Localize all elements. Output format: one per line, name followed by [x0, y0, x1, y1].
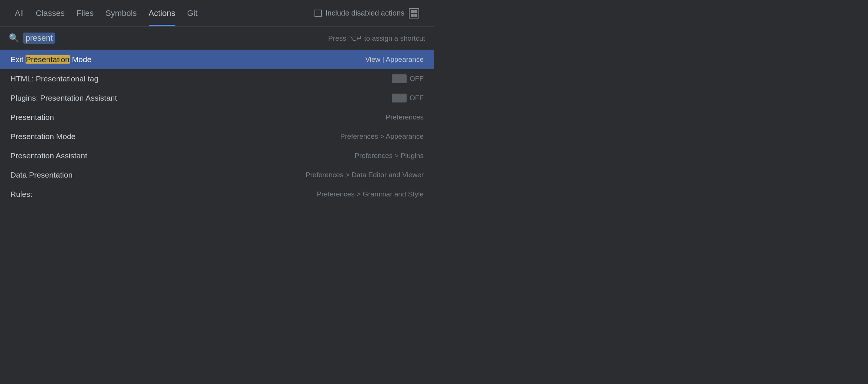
grid-icon-cell-4 [414, 14, 417, 17]
tab-git[interactable]: Git [187, 1, 198, 26]
result-item-4[interactable]: Presentation Preferences [0, 108, 434, 127]
tab-all[interactable]: All [15, 1, 24, 26]
result-category-1: View | Appearance [365, 55, 424, 64]
search-hint: Press ⌥↵ to assign a shortcut [328, 34, 425, 43]
result-name-8: Rules: [10, 190, 33, 199]
result-item-1[interactable]: Exit Presentation Mode View | Appearance [0, 50, 434, 69]
result-item-5[interactable]: Presentation Mode Preferences > Appearan… [0, 127, 434, 146]
search-bar: 🔍 present Press ⌥↵ to assign a shortcut [0, 27, 434, 50]
search-input-area[interactable]: present [23, 33, 324, 44]
result-name-2: HTML: Presentational tag [10, 74, 98, 83]
grid-icon-cell-3 [411, 14, 414, 17]
result-name-3: Plugins: Presentation Assistant [10, 94, 117, 102]
toggle-2[interactable] [392, 74, 407, 83]
results-list: Exit Presentation Mode View | Appearance… [0, 50, 434, 204]
include-disabled-container[interactable]: Include disabled actions [314, 9, 404, 17]
include-disabled-label: Include disabled actions [326, 9, 404, 17]
result-name-highlight-1: Presentation [26, 55, 70, 64]
tab-bar: All Classes Files Symbols Actions Git In… [0, 0, 434, 27]
main-container: All Classes Files Symbols Actions Git In… [0, 0, 434, 204]
result-name-5: Presentation Mode [10, 132, 75, 141]
search-text: present [23, 33, 55, 44]
include-disabled-checkbox[interactable] [314, 10, 322, 17]
tab-symbols[interactable]: Symbols [105, 1, 137, 26]
result-category-5: Preferences > Appearance [340, 132, 424, 141]
toggle-label-3: OFF [410, 94, 424, 102]
result-category-8: Preferences > Grammar and Style [317, 190, 424, 198]
tab-classes[interactable]: Classes [36, 1, 64, 26]
result-name-4: Presentation [10, 113, 54, 122]
result-name-after-1: Mode [70, 55, 91, 64]
result-name-1: Exit Presentation Mode [10, 55, 91, 64]
result-item-8[interactable]: Rules: Preferences > Grammar and Style [0, 185, 434, 204]
tab-actions[interactable]: Actions [149, 1, 175, 26]
tab-right-controls: Include disabled actions [314, 8, 419, 18]
result-category-6: Preferences > Plugins [355, 152, 424, 160]
result-item-6[interactable]: Presentation Assistant Preferences > Plu… [0, 146, 434, 165]
result-name-6: Presentation Assistant [10, 151, 87, 160]
grid-icon[interactable] [409, 8, 419, 18]
tabs: All Classes Files Symbols Actions Git [15, 1, 314, 26]
toggle-3[interactable] [392, 94, 407, 102]
result-item-3[interactable]: Plugins: Presentation Assistant OFF [0, 88, 434, 108]
result-item-2[interactable]: HTML: Presentational tag OFF [0, 69, 434, 88]
result-name-7: Data Presentation [10, 171, 73, 179]
result-item-7[interactable]: Data Presentation Preferences > Data Edi… [0, 165, 434, 185]
toggle-container-3: OFF [392, 94, 424, 102]
result-name-before-1: Exit [10, 55, 26, 64]
search-icon: 🔍 [9, 33, 19, 43]
toggle-label-2: OFF [410, 75, 424, 83]
result-category-7: Preferences > Data Editor and Viewer [306, 171, 424, 179]
tab-files[interactable]: Files [77, 1, 94, 26]
toggle-container-2: OFF [392, 74, 424, 83]
result-category-4: Preferences [386, 113, 424, 121]
grid-icon-cell-2 [414, 10, 417, 13]
grid-icon-cell-1 [411, 10, 414, 13]
